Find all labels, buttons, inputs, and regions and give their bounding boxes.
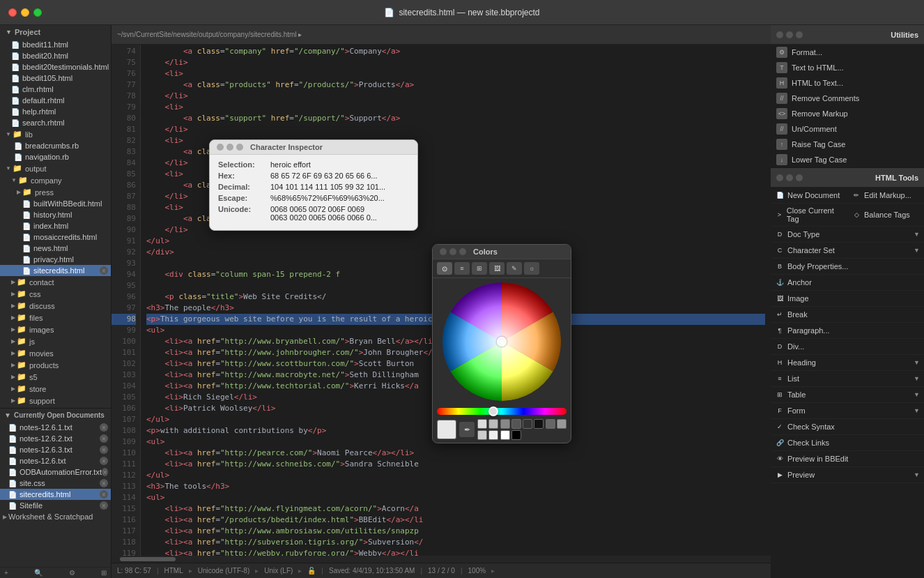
color-wheel-btn[interactable]: ⊙ <box>437 262 452 275</box>
close-doc-btn[interactable]: × <box>100 490 108 499</box>
swatch-12[interactable] <box>511 430 521 440</box>
list-dropdown[interactable]: ≡ List ▼ <box>771 371 924 387</box>
paragraph-btn[interactable]: ¶ Paragraph... <box>771 323 924 339</box>
close-doc-btn[interactable]: × <box>100 457 108 465</box>
tree-file-bbedit105[interactable]: 📄bbedit105.html <box>0 73 111 84</box>
folder-css[interactable]: ▶📁css <box>0 288 111 300</box>
folder-s5[interactable]: ▶📁s5 <box>0 371 111 383</box>
tree-file-builtbb[interactable]: 📄builtWithBBedit.html <box>0 198 111 209</box>
folder-files[interactable]: ▶📁files <box>0 312 111 324</box>
close-doc-btn[interactable]: × <box>100 479 108 487</box>
open-doc-sitecredits[interactable]: 📄 sitecredits.html × <box>0 489 111 500</box>
doc-type-dropdown[interactable]: D Doc Type ▼ <box>771 227 924 243</box>
open-doc-sitecss[interactable]: 📄 site.css × <box>0 478 111 489</box>
tree-file-breadcrumbs[interactable]: 📄breadcrumbs.rb <box>0 140 111 151</box>
hue-slider[interactable] <box>437 408 567 415</box>
folder-support[interactable]: ▶📁support <box>0 395 111 406</box>
check-syntax-btn[interactable]: ✓ Check Syntax <box>771 419 924 435</box>
remove-comments-btn[interactable]: // Remove Comments <box>771 91 924 106</box>
tree-file-sitecredits[interactable]: 📄 sitecredits.html × <box>0 265 111 276</box>
close-file-btn[interactable]: × <box>100 266 108 275</box>
open-doc-notes2[interactable]: 📄 notes-12.6.2.txt × <box>0 433 111 444</box>
folder-output[interactable]: ▼ 📁 output <box>0 162 111 174</box>
edit-markup-btn[interactable]: ✏ Edit Markup... <box>847 188 924 204</box>
swatch-11[interactable] <box>500 430 510 440</box>
folder-press[interactable]: ▶ 📁 press <box>0 186 111 198</box>
tree-file-news[interactable]: 📄news.html <box>0 243 111 254</box>
color-crosshair[interactable] <box>497 337 507 347</box>
current-open-header[interactable]: ▼ Currently Open Documents <box>0 408 111 422</box>
swatch-8[interactable] <box>557 419 567 429</box>
gear-btn[interactable]: ⚙ <box>69 569 75 577</box>
close-doc-btn[interactable]: × <box>100 434 108 443</box>
tree-file-privacy[interactable]: 📄privacy.html <box>0 254 111 265</box>
add-btn[interactable]: + <box>4 569 8 577</box>
tree-file-mosaicred[interactable]: 📄mosaiccredits.html <box>0 231 111 243</box>
color-palette-btn[interactable]: ⊞ <box>472 262 487 275</box>
anchor-btn[interactable]: ⚓ Anchor <box>771 275 924 291</box>
close-doc-btn[interactable]: × <box>100 446 108 454</box>
tree-file-search[interactable]: 📄search.rhtml <box>0 117 111 128</box>
close-button[interactable] <box>8 8 17 17</box>
close-current-tag-btn[interactable]: > Close Current Tag <box>771 204 847 227</box>
tree-file-default[interactable]: 📄default.rhtml <box>0 95 111 106</box>
worksheet-header[interactable]: ▶ Worksheet & Scratchpad <box>0 511 111 522</box>
uncomment-btn[interactable]: // Un/Comment <box>771 121 924 137</box>
swatch-3[interactable] <box>500 419 510 429</box>
swatch-9[interactable] <box>477 430 487 440</box>
folder-movies[interactable]: ▶📁movies <box>0 347 111 359</box>
body-properties-btn[interactable]: B Body Properties... <box>771 259 924 275</box>
text-to-html-btn[interactable]: T Text to HTML... <box>771 60 924 75</box>
traffic-lights[interactable] <box>8 8 42 17</box>
balance-tags-btn[interactable]: ◇ Balance Tags <box>847 204 924 227</box>
raise-tag-btn[interactable]: ↑ Raise Tag Case <box>771 137 924 152</box>
color-image-btn[interactable]: 🖼 <box>489 262 505 275</box>
hue-thumb[interactable] <box>488 406 498 416</box>
folder-js[interactable]: ▶📁js <box>0 335 111 347</box>
color-custom-btn[interactable]: ☼ <box>524 262 539 275</box>
color-wheel-container[interactable] <box>433 278 571 405</box>
color-swatch-selected[interactable] <box>437 420 456 439</box>
close-doc-btn[interactable]: × <box>100 501 108 510</box>
preview-dropdown[interactable]: ▶ Preview ▼ <box>771 467 924 483</box>
grid-btn[interactable]: ⊞ <box>101 569 107 577</box>
minimize-button[interactable] <box>21 8 29 17</box>
color-wheel[interactable] <box>442 282 561 401</box>
format-btn[interactable]: ⚙ Format... <box>771 45 924 60</box>
horizontal-scrollbar[interactable] <box>111 556 771 563</box>
swatch-5[interactable] <box>523 419 532 429</box>
close-doc-btn[interactable]: × <box>102 468 108 476</box>
html-to-text-btn[interactable]: H HTML to Text... <box>771 75 924 91</box>
folder-store[interactable]: ▶📁store <box>0 383 111 395</box>
swatch-6[interactable] <box>534 419 544 429</box>
color-crayons-btn[interactable]: ✎ <box>507 262 522 275</box>
tree-file-history[interactable]: 📄history.html <box>0 209 111 220</box>
check-links-btn[interactable]: 🔗 Check Links <box>771 435 924 451</box>
tree-file-bbedit20t[interactable]: 📄bbedit20testimonials.html <box>0 61 111 73</box>
heading-dropdown[interactable]: H Heading ▼ <box>771 355 924 371</box>
eyedropper-btn[interactable]: ✒ <box>459 422 475 437</box>
tree-file-clm[interactable]: 📄clm.rhtml <box>0 84 111 95</box>
folder-lib[interactable]: ▼ 📁 lib <box>0 128 111 140</box>
image-btn[interactable]: 🖼 Image <box>771 291 924 307</box>
tree-file-help[interactable]: 📄help.rhtml <box>0 106 111 117</box>
project-header[interactable]: ▼ Project <box>0 25 111 39</box>
div-btn[interactable]: D Div... <box>771 339 924 355</box>
tree-file-bbedit20[interactable]: 📄bbedit20.html <box>0 50 111 61</box>
open-doc-odbaut[interactable]: 📄 ODBAutomationError.txt × <box>0 466 111 478</box>
new-document-btn[interactable]: 📄 New Document <box>771 188 847 204</box>
search-btn[interactable]: 🔍 <box>34 569 43 577</box>
open-doc-notes3[interactable]: 📄 notes-12.6.3.txt × <box>0 444 111 455</box>
tree-file-index[interactable]: 📄index.html <box>0 220 111 231</box>
folder-company[interactable]: ▼ 📁 company <box>0 174 111 186</box>
tree-file-navigation[interactable]: 📄navigation.rb <box>0 151 111 162</box>
swatch-7[interactable] <box>546 419 555 429</box>
close-doc-btn[interactable]: × <box>100 423 108 432</box>
open-doc-notes4[interactable]: 📄 notes-12.6.txt × <box>0 455 111 466</box>
lower-tag-btn[interactable]: ↓ Lower Tag Case <box>771 152 924 167</box>
swatch-4[interactable] <box>511 419 521 429</box>
folder-contact[interactable]: ▶📁contact <box>0 276 111 288</box>
table-dropdown[interactable]: ⊞ Table ▼ <box>771 387 924 403</box>
color-sliders-btn[interactable]: ≡ <box>454 262 470 275</box>
open-doc-sitefile[interactable]: 📄 Sitefile × <box>0 500 111 511</box>
